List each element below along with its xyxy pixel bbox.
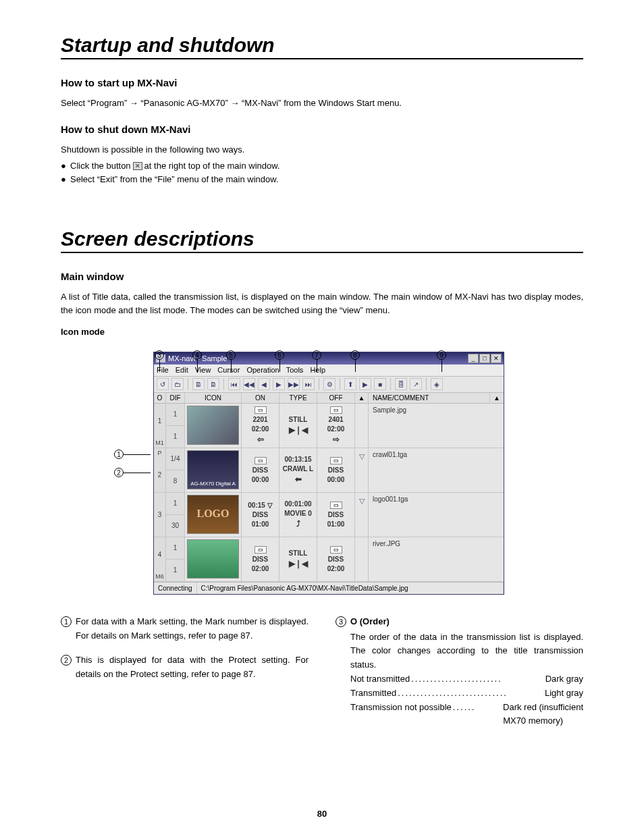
toolbar-last-icon[interactable]: ⏭ — [302, 378, 315, 390]
callout-1: 1 — [114, 450, 124, 459]
name-cell: logo001.tga — [369, 493, 504, 537]
toolbar-next-icon[interactable]: ▶▶ — [288, 378, 300, 390]
off-val: 01:00 — [327, 520, 345, 528]
screenshot-figure: 3 4 5 6 7 8 9 1 2 MX-navi - Sample _ □ ✕… — [140, 352, 504, 595]
rect-icon: ▭ — [330, 502, 342, 509]
toolbar-back-icon[interactable]: ◀ — [258, 378, 270, 390]
toolbar-btn[interactable]: 🗎 — [207, 378, 219, 390]
section-title-screen: Screen descriptions — [61, 227, 583, 253]
status-path: C:\Program Files\Panasonic AG-MX70\MX-Na… — [197, 583, 504, 594]
thumbnail — [187, 539, 239, 578]
name-cell: Sample.jpg — [369, 404, 504, 448]
callout-3: 3 — [155, 350, 164, 360]
still-icon: ▶❘◀ — [289, 559, 308, 568]
order-num: 2 — [154, 458, 165, 492]
arrow-right-icon: ⇨ — [333, 435, 340, 444]
type-val: 00:13:15 — [284, 456, 311, 463]
on-val: 02:00 — [252, 425, 269, 433]
table-row[interactable]: P 2 1/4 8 AG-MX70 Digital A ▭ DISS 00:00… — [154, 448, 504, 493]
name-cell: crawl01.tga — [369, 448, 504, 492]
tri-col — [355, 404, 369, 448]
mark-label: M6 — [154, 572, 165, 581]
toolbar-btn[interactable]: ⚙ — [323, 378, 336, 390]
type-val: MOVIE 0 — [284, 510, 312, 517]
table-row[interactable]: 4 M6 1 1 ▭ DISS 02:00 STILL ▶❘◀ ▭ DISS 0… — [154, 537, 504, 582]
toolbar-prev-icon[interactable]: ◀◀ — [243, 378, 255, 390]
off-val: 00:00 — [327, 476, 345, 483]
order-num: 4 — [154, 537, 165, 572]
off-val: DISS — [328, 511, 344, 518]
table-row[interactable]: 1 M1 1 1 ▭ 2201 02:00 ⇦ STILL ▶❘◀ ▭ 2401 — [154, 404, 504, 448]
main-window-text: A list of Title data, called the transmi… — [61, 290, 583, 317]
kv-key: Transmission not possible — [350, 701, 452, 715]
protect-label: P — [154, 448, 165, 458]
rect-icon: ▭ — [254, 406, 267, 414]
maximize-button[interactable]: □ — [479, 354, 490, 363]
app-window: MX-navi - Sample _ □ ✕ File Edit View Cu… — [153, 352, 504, 595]
toolbar-btn[interactable]: ⬆ — [344, 378, 356, 390]
on-col: ▭ DISS 02:00 — [242, 537, 279, 581]
toolbar-stop-icon[interactable]: ■ — [374, 378, 386, 390]
on-col: ▭ DISS 00:00 — [242, 448, 279, 492]
desc-num-3: 3 — [336, 616, 346, 627]
col-on[interactable]: ON — [242, 393, 279, 403]
tri-col: ▽ — [355, 448, 369, 492]
menu-tools[interactable]: Tools — [286, 366, 304, 374]
dif-cell: 8 — [166, 470, 184, 492]
description-columns: 1 For data with a Mark setting, the Mark… — [61, 615, 583, 728]
on-val: 00:15 ▽ — [248, 502, 272, 509]
rect-icon: ▭ — [330, 546, 342, 554]
desc-num-2: 2 — [61, 655, 72, 666]
col-tri[interactable]: ▲ — [355, 393, 369, 403]
icon-mode-label: Icon mode — [61, 327, 583, 337]
minimize-button[interactable]: _ — [468, 354, 479, 363]
bullet-dot: ● — [61, 173, 70, 186]
desc-text-3: The order of the data in the transmissio… — [350, 630, 583, 672]
close-button[interactable]: ✕ — [491, 354, 502, 363]
toolbar-btn[interactable]: 🗄 — [395, 378, 407, 390]
col-icon[interactable]: ICON — [185, 393, 242, 403]
off-col: ▭ DISS 01:00 — [317, 493, 355, 537]
table-row[interactable]: 3 1 30 LOGO 00:15 ▽ DISS 01:00 00:01:00 … — [154, 493, 504, 537]
still-icon: ▶❘◀ — [289, 425, 308, 435]
bullet1-b: at the right top of the main window. — [144, 159, 280, 173]
callout-6: 6 — [275, 350, 284, 360]
menu-edit[interactable]: Edit — [176, 366, 188, 374]
toolbar-first-icon[interactable]: ⏮ — [228, 378, 240, 390]
status-left: Connecting — [154, 583, 197, 594]
start-heading: How to start up MX-Navi — [61, 77, 583, 88]
col-name[interactable]: NAME/COMMENT — [369, 393, 490, 403]
off-val: DISS — [328, 556, 344, 563]
toolbar-btn[interactable]: 🗎 — [192, 378, 205, 390]
section-title-startup: Startup and shutdown — [61, 34, 583, 59]
col-type[interactable]: TYPE — [279, 393, 317, 403]
col-o[interactable]: O — [154, 393, 166, 403]
mark-label: M1 — [154, 438, 165, 448]
toolbar: ↺ 🗀 🗎 🗎 ⏮ ◀◀ ◀ ▶ ▶▶ ⏭ ⚙ ⬆ ▶ ■ 🗄 ↗ ◈ — [154, 377, 504, 393]
toolbar-play-icon[interactable]: ▶ — [359, 378, 371, 390]
rect-icon: ▭ — [330, 406, 342, 414]
dif-cell: 1 — [166, 426, 184, 448]
toolbar-btn[interactable]: ◈ — [431, 378, 443, 390]
toolbar-btn[interactable]: ↗ — [410, 378, 422, 390]
shutdown-bullets: ● Click the button ✕ at the right top of… — [61, 159, 583, 186]
col-end[interactable]: ▲ — [490, 393, 504, 403]
toolbar-btn[interactable]: ↺ — [157, 378, 169, 390]
off-col: ▭ DISS 02:00 — [317, 537, 355, 581]
off-col: ▭ DISS 00:00 — [317, 448, 355, 492]
callout-4: 4 — [192, 350, 202, 360]
kv-val: Light gray — [545, 686, 583, 701]
thumbnail: LOGO — [187, 495, 239, 534]
on-val: DISS — [252, 466, 268, 474]
type-col: STILL ▶❘◀ — [279, 537, 317, 581]
dif-cell: 30 — [166, 515, 184, 537]
toolbar-btn[interactable]: 🗀 — [171, 378, 184, 390]
col-off[interactable]: OFF — [317, 393, 355, 403]
callout-9: 9 — [437, 350, 446, 360]
dif-cell: 1 — [166, 560, 184, 581]
callout-5: 5 — [226, 350, 236, 360]
shutdown-heading: How to shut down MX-Navi — [61, 124, 583, 135]
col-dif[interactable]: DIF — [166, 393, 185, 403]
toolbar-fwd-icon[interactable]: ▶ — [273, 378, 285, 390]
order-num: 1 — [154, 404, 165, 438]
